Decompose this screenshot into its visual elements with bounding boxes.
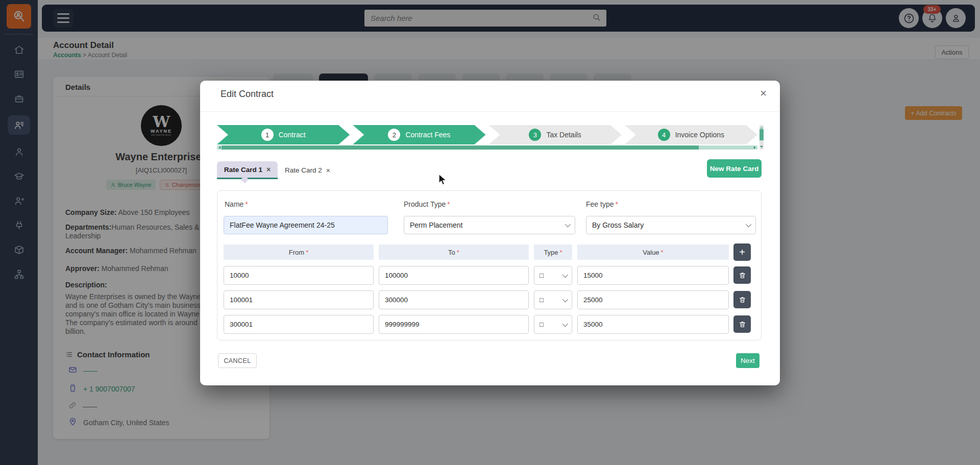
step-tax-details[interactable]: 3 Tax Details [489, 125, 622, 144]
step-number: 4 [658, 129, 670, 141]
column-header-from: From* [224, 244, 374, 260]
step-label: Invoice Options [675, 131, 725, 139]
contract-stepper: 1 Contract 2 Contract Fees 3 Tax Details… [217, 125, 757, 144]
chevron-down-icon [562, 321, 568, 326]
step-label: Contract [279, 131, 306, 139]
close-rate-card-icon[interactable]: × [266, 165, 271, 174]
step-contract-fees[interactable]: 2 Contract Fees [353, 125, 485, 144]
close-icon[interactable]: × [760, 87, 767, 100]
step-number: 2 [388, 129, 400, 141]
edit-contract-modal: Edit Contract × 1 Contract 2 Contract Fe… [200, 81, 780, 385]
contract-name-input[interactable] [224, 216, 388, 234]
fee-row-type-select[interactable]: □ [534, 315, 572, 334]
app-screen: 33+ Account Detail Accounts > Account De… [0, 0, 980, 465]
rate-card-2-tab[interactable]: Rate Card 2 × [278, 161, 337, 179]
column-header-value: Value* [577, 244, 729, 260]
fee-value-input[interactable] [577, 266, 729, 285]
modal-title: Edit Contract [220, 89, 274, 100]
mouse-cursor [438, 174, 449, 188]
step-number: 1 [261, 129, 274, 141]
step-label: Tax Details [546, 131, 581, 139]
rate-card-form: Name* Product Type* Perm Placement Fee t… [217, 190, 762, 340]
product-type-label: Product Type* [404, 200, 450, 208]
delete-row-button[interactable] [733, 315, 751, 333]
step-contract[interactable]: 1 Contract [217, 125, 350, 144]
fee-value-input[interactable] [577, 315, 729, 334]
delete-row-button[interactable] [733, 266, 751, 284]
fee-row-type-select[interactable]: □ [534, 290, 572, 309]
chevron-down-icon [746, 222, 751, 227]
fee-to-input[interactable] [379, 266, 529, 285]
step-invoice-options[interactable]: 4 Invoice Options [625, 125, 757, 144]
fee-value-input[interactable] [577, 290, 729, 309]
rate-card-1-tab[interactable]: Rate Card 1 × [217, 161, 278, 179]
fee-type-label: Fee type* [586, 200, 618, 208]
stepper-horizontal-scrollbar[interactable] [217, 145, 757, 150]
stepper-vertical-scrollbar[interactable] [760, 125, 764, 150]
divider [200, 111, 780, 112]
cancel-button[interactable]: CANCEL [218, 353, 257, 368]
fee-from-input[interactable] [224, 315, 374, 334]
fee-from-input[interactable] [224, 266, 374, 285]
chevron-down-icon [562, 296, 568, 302]
product-type-select[interactable]: Perm Placement [404, 216, 575, 234]
next-button[interactable]: Next [736, 353, 760, 368]
fee-to-input[interactable] [379, 290, 529, 309]
delete-row-button[interactable] [733, 291, 751, 308]
chevron-down-icon [565, 222, 571, 227]
name-label: Name* [225, 200, 248, 208]
step-label: Contract Fees [405, 131, 450, 139]
column-header-to: To* [379, 244, 529, 260]
add-row-button[interactable]: + [733, 243, 751, 261]
close-rate-card-icon[interactable]: × [326, 166, 330, 175]
fee-row-type-select[interactable]: □ [534, 266, 572, 285]
fee-to-input[interactable] [379, 315, 529, 334]
fee-type-select[interactable]: By Gross Salary [586, 216, 756, 234]
column-header-type: Type* [534, 244, 572, 260]
new-rate-card-button[interactable]: New Rate Card [707, 159, 762, 178]
chevron-down-icon [562, 272, 568, 277]
step-number: 3 [529, 129, 541, 141]
fee-from-input[interactable] [224, 290, 374, 309]
